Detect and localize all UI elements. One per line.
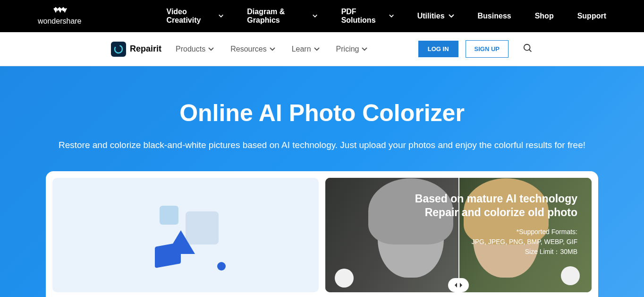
login-button[interactable]: LOG IN: [418, 41, 458, 57]
subnav-products[interactable]: Products: [176, 45, 214, 53]
nav-support[interactable]: Support: [577, 12, 606, 20]
top-nav-menu: Video Creativity Diagram & Graphics PDF …: [167, 8, 607, 25]
nav-pdf-solutions[interactable]: PDF Solutions: [341, 8, 394, 25]
subnav-item-label: Products: [176, 45, 205, 53]
repairit-icon: [111, 42, 126, 57]
chevron-down-icon: [208, 47, 214, 51]
hero-section: Online AI Photo Colorizer Restore and co…: [0, 66, 644, 297]
svg-point-3: [115, 45, 122, 53]
size-limit: Size Limit：30MB: [415, 247, 577, 257]
chevron-down-icon: [314, 47, 320, 51]
nav-item-label: PDF Solutions: [341, 8, 385, 25]
subnav-item-label: Resources: [230, 45, 266, 53]
nav-item-label: Video Creativity: [167, 8, 215, 25]
signup-button[interactable]: SIGN UP: [466, 40, 508, 58]
preview-title-line2: Repair and colorize old photo: [415, 206, 577, 220]
repairit-product-name: Repairit: [130, 44, 161, 54]
wondershare-logo-icon: [52, 7, 67, 16]
top-navigation: wondershare Video Creativity Diagram & G…: [0, 0, 644, 32]
chevron-down-icon: [362, 47, 367, 51]
upload-cards-container: Based on mature AI technology Repair and…: [46, 171, 598, 297]
search-button[interactable]: [523, 43, 533, 55]
arrow-right-icon: [459, 282, 463, 288]
page-subtitle: Restore and colorize black-and-white pic…: [48, 139, 596, 152]
product-navigation: Repairit Products Resources Learn Pricin…: [0, 32, 644, 66]
upload-dropzone[interactable]: [52, 178, 319, 292]
chevron-down-icon: [389, 14, 394, 18]
page-title: Online AI Photo Colorizer: [0, 99, 644, 127]
preview-info-overlay: Based on mature AI technology Repair and…: [415, 192, 577, 257]
nav-item-label: Diagram & Graphics: [247, 8, 309, 25]
nav-item-label: Shop: [535, 12, 554, 20]
auth-buttons: LOG IN SIGN UP: [418, 40, 508, 58]
svg-point-4: [524, 44, 530, 50]
preview-title-line1: Based on mature AI technology: [415, 192, 577, 206]
subnav-item-label: Pricing: [336, 45, 359, 53]
supported-formats-info: *Supported Formats: JPG, JPEG, PNG, BMP,…: [415, 227, 577, 257]
search-icon: [523, 43, 533, 53]
preview-title: Based on mature AI technology Repair and…: [415, 192, 577, 220]
chevron-down-icon: [313, 14, 317, 18]
formats-list: JPG, JPEG, PNG, BMP, WEBP, GIF: [415, 237, 577, 247]
nav-item-label: Support: [577, 12, 606, 20]
svg-line-5: [529, 49, 532, 52]
repairit-logo[interactable]: Repairit: [111, 42, 161, 57]
nav-video-creativity[interactable]: Video Creativity: [167, 8, 224, 25]
subnav-resources[interactable]: Resources: [230, 45, 275, 53]
preview-comparison-card: Based on mature AI technology Repair and…: [325, 178, 592, 292]
nav-utilities[interactable]: Utilities: [417, 12, 454, 20]
subnav-learn[interactable]: Learn: [292, 45, 320, 53]
wondershare-brand-text: wondershare: [38, 17, 82, 26]
arrow-left-icon: [454, 282, 458, 288]
chevron-down-icon: [449, 14, 454, 18]
chevron-down-icon: [219, 14, 223, 18]
sub-nav-menu: Products Resources Learn Pricing: [176, 45, 418, 53]
nav-shop[interactable]: Shop: [535, 12, 554, 20]
comparison-slider-handle[interactable]: [448, 278, 469, 292]
formats-label: *Supported Formats:: [415, 227, 577, 237]
wondershare-logo[interactable]: wondershare: [38, 7, 82, 26]
subnav-pricing[interactable]: Pricing: [336, 45, 368, 53]
upload-illustration: [143, 197, 228, 273]
nav-item-label: Business: [478, 12, 511, 20]
chevron-down-icon: [270, 47, 275, 51]
nav-business[interactable]: Business: [478, 12, 511, 20]
nav-item-label: Utilities: [417, 12, 445, 20]
nav-diagram-graphics[interactable]: Diagram & Graphics: [247, 8, 317, 25]
subnav-item-label: Learn: [292, 45, 311, 53]
